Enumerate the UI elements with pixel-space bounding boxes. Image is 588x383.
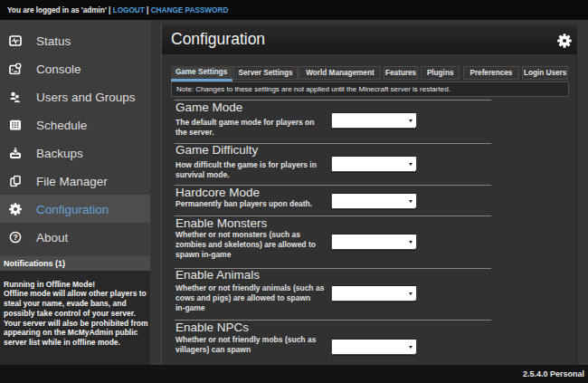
svg-text:?: ?: [13, 233, 17, 242]
